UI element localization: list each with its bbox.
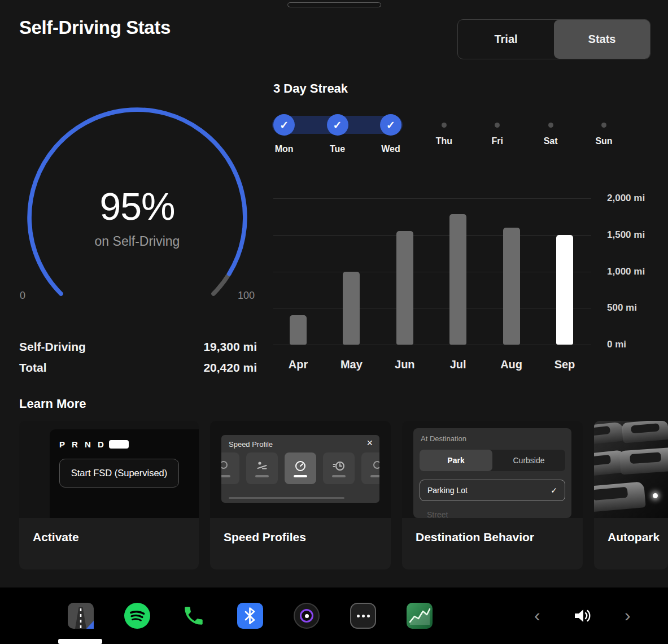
energy-icon[interactable]	[407, 603, 433, 629]
profile-tile-edge-right	[361, 452, 379, 484]
streak-day-thu: Thu	[417, 114, 470, 165]
y-axis-label: 0 mi	[607, 339, 626, 350]
activate-preview: P R N D Start FSD (Supervised)	[19, 421, 199, 518]
car-image	[622, 421, 668, 443]
overall-total-row: Total 20,420 mi	[19, 357, 257, 378]
miles-chart: AprMayJunJulAugSep	[273, 192, 591, 373]
card-autopark[interactable]: Autopark	[594, 421, 668, 569]
x-axis-label: Jul	[431, 358, 484, 371]
card-activate[interactable]: P R N D Start FSD (Supervised) Activate	[19, 421, 199, 569]
car-image	[594, 481, 646, 513]
y-axis-label: 1,500 mi	[607, 229, 645, 241]
drag-handle[interactable]	[287, 2, 381, 7]
gauge-max-label: 100	[238, 290, 255, 302]
streak-day-tue: ✓Tue	[311, 114, 364, 165]
day-dot-icon	[548, 123, 553, 128]
bar-aug	[503, 228, 520, 345]
y-axis-label: 2,000 mi	[607, 193, 645, 204]
volume-icon[interactable]	[573, 607, 593, 626]
speed-profiles-preview: Speed Profile ×	[210, 421, 391, 518]
mileage-totals: Self-Driving 19,300 mi Total 20,420 mi	[19, 336, 257, 378]
destination-behavior-preview: At Destination Park Curbside Parking Lot…	[402, 421, 583, 518]
card-autopark-label: Autopark	[608, 530, 660, 544]
next-chevron-icon[interactable]: ›	[625, 606, 631, 624]
day-dot-icon	[495, 123, 500, 128]
overall-total-label: Total	[19, 357, 47, 378]
streak-day-fri: Fri	[471, 114, 524, 165]
self-driving-stats-screen: Self-Driving Stats Trial Stats 95% on Se…	[0, 0, 668, 644]
car-image	[594, 422, 625, 446]
page-title: Self-Driving Stats	[19, 17, 171, 38]
phone-icon[interactable]	[181, 603, 207, 629]
day-label: Fri	[471, 136, 524, 146]
x-axis-label: Sep	[538, 358, 591, 371]
streak-day-wed: ✓Wed	[364, 114, 417, 165]
day-dot-icon	[601, 123, 606, 128]
gridline	[273, 235, 591, 236]
gear-indicator: P R N D	[59, 440, 106, 449]
x-axis-label: Aug	[485, 358, 538, 371]
profile-tile-edge-left	[221, 452, 239, 484]
day-label: Wed	[364, 144, 417, 154]
day-label: Mon	[257, 144, 311, 154]
light-glow	[653, 493, 658, 498]
at-destination-label: At Destination	[421, 434, 466, 443]
profile-tile-chill	[246, 452, 278, 484]
streak-day-sun: Sun	[577, 114, 630, 165]
gridline	[273, 272, 591, 272]
gauge-caption: on Self-Driving	[95, 234, 180, 249]
x-axis-label: May	[325, 358, 378, 371]
battery-icon	[109, 440, 129, 449]
parking-dropdown-value: Parking Lot	[427, 486, 468, 495]
gauge-min-label: 0	[20, 290, 25, 302]
y-axis-label: 500 mi	[607, 302, 637, 314]
self-driving-total-row: Self-Driving 19,300 mi	[19, 336, 257, 357]
parking-dropdown: Parking Lot ✓	[420, 480, 565, 501]
streak-day-sat: Sat	[524, 114, 577, 165]
more-icon[interactable]	[350, 603, 376, 629]
day-label: Tue	[311, 144, 364, 154]
gridline	[273, 198, 591, 199]
fsd-screen: P R N D Start FSD (Supervised)	[50, 429, 199, 518]
option-park: Park	[420, 450, 492, 471]
option-curbside: Curbside	[492, 450, 565, 471]
day-check-icon: ✓	[380, 114, 401, 136]
check-icon: ✓	[551, 486, 557, 495]
profile-icon	[371, 460, 379, 472]
overall-total-value: 20,420 mi	[203, 357, 257, 378]
card-speed-profiles-label: Speed Profiles	[224, 530, 306, 544]
tab-trial[interactable]: Trial	[458, 20, 554, 59]
tab-stats[interactable]: Stats	[554, 20, 650, 59]
close-icon: ×	[366, 437, 373, 449]
previous-chevron-icon[interactable]: ‹	[534, 606, 540, 624]
learn-more-title: Learn More	[19, 397, 86, 411]
day-check-icon: ✓	[273, 114, 295, 136]
self-driving-total-value: 19,300 mi	[203, 336, 257, 357]
bar-sep	[556, 235, 573, 345]
scrollbar	[229, 497, 344, 499]
autopark-preview	[594, 421, 668, 518]
chill-icon	[256, 460, 268, 472]
card-speed-profiles[interactable]: Speed Profile ×	[210, 421, 391, 569]
profile-icon	[221, 460, 230, 472]
gridline	[273, 308, 591, 308]
bar-jun	[396, 231, 413, 345]
card-destination-behavior[interactable]: At Destination Park Curbside Parking Lot…	[402, 421, 583, 569]
spotify-icon[interactable]	[124, 603, 150, 629]
bottom-drag-handle[interactable]	[58, 639, 102, 644]
navigation-icon[interactable]	[68, 603, 94, 629]
bar-apr	[290, 315, 307, 345]
day-dot-icon	[442, 123, 447, 128]
card-destination-behavior-label: Destination Behavior	[416, 530, 534, 544]
day-check-icon: ✓	[327, 114, 348, 136]
standard-icon	[294, 460, 307, 472]
car-image	[619, 447, 668, 475]
card-activate-label: Activate	[33, 530, 79, 544]
bluetooth-icon[interactable]	[237, 603, 263, 629]
streak-title: 3 Day Streak	[273, 81, 348, 96]
day-label: Thu	[417, 136, 470, 146]
speed-profile-panel: Speed Profile ×	[221, 435, 379, 503]
camera-icon[interactable]	[294, 603, 320, 629]
chart-y-axis: 2,000 mi1,500 mi1,000 mi500 mi0 mi	[607, 192, 663, 356]
gauge-percent: 95%	[99, 184, 174, 228]
